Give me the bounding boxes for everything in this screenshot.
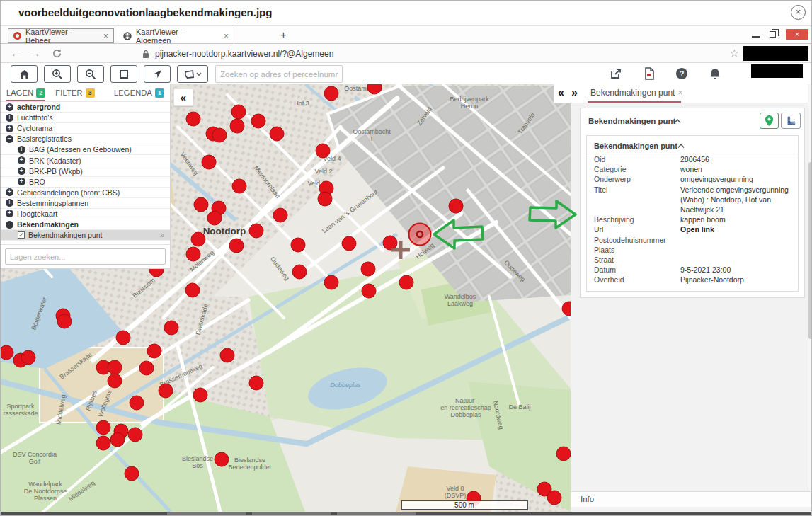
announcement-point[interactable] xyxy=(383,236,397,250)
maximize-icon[interactable] xyxy=(770,31,776,38)
announcement-point[interactable] xyxy=(186,247,200,261)
announcement-point[interactable] xyxy=(232,179,246,193)
announcement-point[interactable] xyxy=(125,466,139,481)
layer-tree-item[interactable]: +Cyclorama xyxy=(1,123,170,134)
layer-tree-item[interactable]: +achtergrond xyxy=(1,102,170,113)
expand-plus-icon[interactable]: + xyxy=(18,156,25,164)
info-section[interactable]: Info xyxy=(571,491,812,507)
box-zoom-button[interactable] xyxy=(110,65,137,83)
announcement-point[interactable] xyxy=(230,119,244,133)
announcement-point[interactable] xyxy=(159,384,173,398)
minimize-icon[interactable] xyxy=(752,31,760,38)
announcement-point[interactable] xyxy=(273,208,287,222)
address-search-input[interactable] xyxy=(215,65,343,83)
announcement-point[interactable] xyxy=(361,262,375,276)
announcement-point[interactable] xyxy=(191,232,205,246)
announcement-point[interactable] xyxy=(249,224,263,238)
announcement-point[interactable] xyxy=(96,436,110,450)
announcement-point[interactable] xyxy=(185,283,200,297)
announcement-point[interactable] xyxy=(116,331,130,345)
announcement-point[interactable] xyxy=(193,388,207,402)
tab-close-icon[interactable]: × xyxy=(677,88,682,98)
attributes-header[interactable]: Bekendmakingen punt xyxy=(587,136,798,154)
announcement-point[interactable] xyxy=(229,239,244,253)
tab-close-icon[interactable]: × xyxy=(103,31,108,41)
layer-tree-item[interactable]: +Luchtfoto's xyxy=(1,113,170,123)
announcement-point[interactable] xyxy=(207,211,222,225)
layer-tree-item[interactable]: +Bestemmingsplannen xyxy=(1,198,170,209)
collapse-minus-icon[interactable]: − xyxy=(6,135,13,143)
announcement-point[interactable] xyxy=(130,396,144,410)
layer-tree-item[interactable]: +BRK (Kadaster) xyxy=(1,155,170,166)
layer-zoom-icon[interactable]: » xyxy=(160,231,164,239)
announcement-point[interactable] xyxy=(186,112,200,126)
forward-icon[interactable]: → xyxy=(30,47,40,59)
browser-tab-algemeen[interactable]: KaartViewer - Algemeen × xyxy=(118,28,234,44)
close-icon[interactable]: × xyxy=(791,5,806,20)
layers-tab-legenda[interactable]: LEGENDA1 xyxy=(114,84,164,101)
announcement-point[interactable] xyxy=(318,192,332,206)
pdf-export-icon[interactable] xyxy=(643,67,656,80)
refresh-icon[interactable] xyxy=(52,48,62,59)
announcement-point[interactable] xyxy=(215,452,229,466)
notifications-bell-icon[interactable] xyxy=(709,67,721,80)
layers-tab-filter[interactable]: FILTER3 xyxy=(55,84,94,101)
home-button[interactable] xyxy=(11,65,38,83)
layer-tree-item[interactable]: +BRO xyxy=(1,177,170,188)
announcement-point[interactable] xyxy=(1,345,13,360)
layer-tree-item[interactable]: +BRK-PB (Wkpb) xyxy=(1,166,170,177)
announcement-point[interactable] xyxy=(316,144,330,158)
announcement-point[interactable] xyxy=(202,155,216,169)
announcement-point[interactable] xyxy=(324,275,338,289)
announcement-point[interactable] xyxy=(547,491,561,505)
expand-plus-icon[interactable]: + xyxy=(6,103,13,111)
announcement-point[interactable] xyxy=(164,321,178,335)
announcement-point[interactable] xyxy=(449,199,463,213)
sidebar-collapse-button[interactable]: « xyxy=(173,88,193,106)
announcement-point[interactable] xyxy=(556,447,571,461)
announcement-point[interactable] xyxy=(270,127,284,141)
locate-button[interactable] xyxy=(144,65,171,83)
announcement-point[interactable] xyxy=(128,428,142,442)
expand-plus-icon[interactable]: + xyxy=(6,188,13,196)
announcement-point[interactable] xyxy=(292,265,307,279)
url-text[interactable]: pijnacker-nootdorp.kaartviewer.nl/?@Alge… xyxy=(155,49,333,59)
zoom-in-button[interactable] xyxy=(44,65,71,83)
announcement-point[interactable] xyxy=(147,344,161,358)
announcement-point[interactable] xyxy=(362,284,376,298)
back-icon[interactable]: ← xyxy=(11,47,21,59)
selected-point-marker[interactable] xyxy=(409,224,431,246)
announcement-point[interactable] xyxy=(212,128,227,142)
panel-collapse-chevrons[interactable]: «» xyxy=(558,86,585,99)
chevron-up-icon[interactable] xyxy=(677,144,685,149)
announcement-point[interactable] xyxy=(139,361,154,375)
new-tab-button[interactable]: + xyxy=(280,28,287,40)
layer-checkbox[interactable]: ✓ xyxy=(18,231,25,239)
share-icon[interactable] xyxy=(610,67,622,80)
announcement-point[interactable] xyxy=(194,197,208,212)
show-on-map-button[interactable] xyxy=(760,113,779,129)
layer-tree-item[interactable]: −Bekendmakingen xyxy=(1,219,170,230)
browser-tab-beheer[interactable]: KaartViewer - Beheer × xyxy=(8,28,114,43)
polygon-select-button[interactable] xyxy=(177,65,208,83)
layer-tree-item[interactable]: −Basisregistraties xyxy=(1,134,170,144)
panel-scrollbar[interactable] xyxy=(808,84,812,491)
layer-tree-item[interactable]: +Gebiedsindelingen (bron: CBS) xyxy=(1,188,170,198)
layer-tree-item[interactable]: +BAG (Adressen en Gebouwen) xyxy=(1,144,170,155)
scrollbar-thumb[interactable] xyxy=(808,162,812,339)
announcement-point[interactable] xyxy=(291,238,305,252)
expand-plus-icon[interactable]: + xyxy=(18,146,25,154)
announcement-point[interactable] xyxy=(324,86,338,101)
help-icon[interactable]: ? xyxy=(675,67,688,80)
expand-plus-icon[interactable]: + xyxy=(6,125,13,132)
announcement-point[interactable] xyxy=(110,432,125,447)
layer-tree-item[interactable]: ✓Bekendmakingen punt» xyxy=(1,230,170,241)
announcement-point[interactable] xyxy=(108,360,122,374)
announcement-point[interactable] xyxy=(231,105,246,119)
announcement-point[interactable] xyxy=(108,374,122,388)
expand-plus-icon[interactable]: + xyxy=(6,210,13,217)
zoom-out-button[interactable] xyxy=(77,65,104,83)
layer-tree-item[interactable]: +Hoogtekaart xyxy=(1,209,170,219)
expand-plus-icon[interactable]: + xyxy=(6,199,13,207)
announcement-point[interactable] xyxy=(251,114,265,128)
